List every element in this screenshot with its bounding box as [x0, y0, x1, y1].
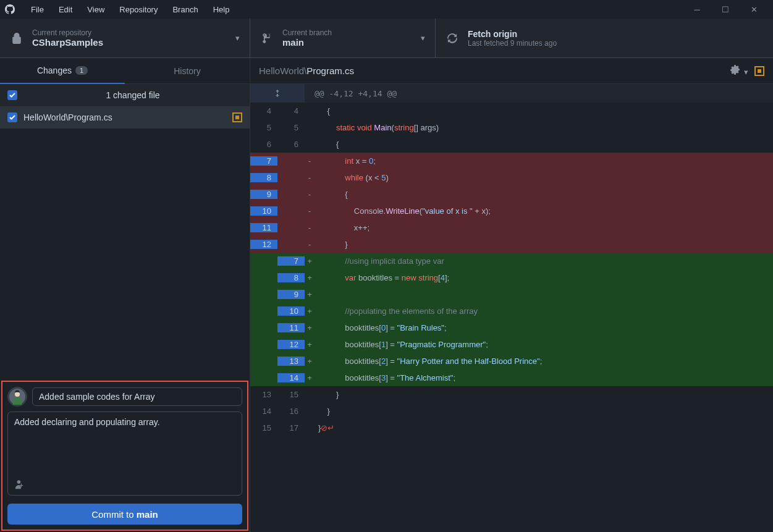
diff-line[interactable]: 44 { — [250, 103, 773, 119]
diff-line[interactable]: 11- x++; — [250, 219, 773, 236]
menu-branch[interactable]: Branch — [165, 2, 205, 17]
menu-help[interactable]: Help — [206, 2, 237, 17]
diff-header: HelloWorld\Program.cs ▾ — [250, 58, 773, 84]
sidebar-tabs: Changes 1 History — [0, 58, 250, 84]
repo-name: CSharpSamples — [32, 37, 103, 48]
repo-label: Current repository — [32, 28, 103, 37]
diff-line[interactable]: 7- int x = 0; — [250, 153, 773, 169]
current-repository-selector[interactable]: Current repository CSharpSamples ▾ — [0, 19, 250, 57]
diff-line[interactable]: 11+ booktitles[0] = "Brain Rules"; — [250, 319, 773, 336]
fetch-status: Last fetched 9 minutes ago — [468, 39, 557, 48]
svg-point-1 — [15, 392, 20, 397]
branch-name: main — [282, 37, 332, 48]
commit-button-prefix: Commit to — [91, 509, 137, 520]
menu-edit[interactable]: Edit — [51, 2, 80, 17]
hunk-header: @@ -4,12 +4,14 @@ — [250, 84, 773, 103]
diff-line[interactable]: 10+ //populating the elements of the arr… — [250, 303, 773, 319]
commit-button[interactable]: Commit to main — [7, 504, 242, 525]
minimize-button[interactable]: ─ — [683, 0, 711, 19]
diff-line[interactable]: 1315 } — [250, 386, 773, 403]
diff-line[interactable]: 10- Console.WriteLine("value of x is " +… — [250, 203, 773, 219]
diff-view: HelloWorld\Program.cs ▾ @@ -4,12 +4,14 @… — [250, 58, 773, 532]
changed-file-row[interactable]: HelloWorld\Program.cs — [0, 106, 250, 129]
diff-file-path: HelloWorld\Program.cs — [259, 65, 354, 76]
file-count-label: 1 changed file — [23, 90, 242, 100]
close-button[interactable]: ✕ — [740, 0, 768, 19]
modified-icon — [754, 66, 764, 76]
commit-description-input[interactable] — [7, 412, 242, 496]
git-branch-icon — [261, 33, 272, 44]
titlebar: FileEditViewRepositoryBranchHelp ─ ☐ ✕ — [0, 0, 773, 19]
diff-line[interactable]: 55 static void Main(string[] args) — [250, 119, 773, 136]
diff-line[interactable]: 13+ booktitles[2] = "Harry Potter and th… — [250, 353, 773, 369]
menu-view[interactable]: View — [80, 2, 112, 17]
diff-line[interactable]: 66 { — [250, 136, 773, 153]
diff-line[interactable]: 1416 } — [250, 403, 773, 420]
diff-line[interactable]: 14+ booktitles[3] = "The Alchemist"; — [250, 369, 773, 386]
file-list-header: 1 changed file — [0, 84, 250, 106]
menu-file[interactable]: File — [23, 2, 51, 17]
commit-button-branch: main — [137, 509, 158, 520]
add-coauthor-icon[interactable] — [14, 479, 25, 492]
sidebar: Changes 1 History 1 changed file HelloWo… — [0, 58, 250, 532]
gear-icon[interactable]: ▾ — [730, 65, 748, 77]
toolbar: Current repository CSharpSamples ▾ Curre… — [0, 19, 773, 58]
diff-line[interactable]: 12- } — [250, 236, 773, 253]
caret-down-icon: ▾ — [421, 33, 425, 43]
branch-label: Current branch — [282, 28, 332, 37]
current-branch-selector[interactable]: Current branch main ▾ — [250, 19, 436, 57]
changes-count-badge: 1 — [75, 66, 88, 75]
file-name: HelloWorld\Program.cs — [23, 112, 226, 122]
fetch-label: Fetch origin — [468, 29, 557, 39]
expand-hunk-button[interactable] — [250, 84, 305, 103]
avatar — [7, 387, 27, 407]
commit-summary-input[interactable] — [32, 387, 242, 406]
diff-line[interactable]: 8+ var booktitles = new string[4]; — [250, 269, 773, 286]
modified-icon — [232, 112, 242, 122]
lock-icon — [11, 33, 22, 44]
diff-line[interactable]: 9- { — [250, 186, 773, 203]
maximize-button[interactable]: ☐ — [711, 0, 740, 19]
diff-line[interactable]: 9+ — [250, 286, 773, 303]
tab-history-label: History — [174, 66, 201, 76]
github-logo-icon — [5, 4, 15, 14]
fetch-origin-button[interactable]: Fetch origin Last fetched 9 minutes ago — [436, 19, 773, 57]
tab-changes-label: Changes — [37, 65, 72, 75]
menu-repository[interactable]: Repository — [112, 2, 165, 17]
tab-changes[interactable]: Changes 1 — [0, 58, 125, 84]
diff-line[interactable]: 8- while (x < 5) — [250, 169, 773, 186]
hunk-info: @@ -4,12 +4,14 @@ — [305, 84, 773, 103]
tab-history[interactable]: History — [125, 58, 250, 84]
select-all-checkbox[interactable] — [7, 90, 17, 100]
diff-line[interactable]: 1517}⊘↵ — [250, 420, 773, 436]
file-checkbox[interactable] — [7, 112, 17, 122]
diff-line[interactable]: 12+ booktitles[1] = "Pragmatic Programme… — [250, 336, 773, 353]
menu-bar: FileEditViewRepositoryBranchHelp — [23, 2, 237, 17]
sync-icon — [447, 33, 458, 44]
commit-form: Commit to main — [1, 381, 248, 531]
diff-line[interactable]: 7+ //using implicit data type var — [250, 253, 773, 269]
caret-down-icon: ▾ — [235, 33, 240, 43]
